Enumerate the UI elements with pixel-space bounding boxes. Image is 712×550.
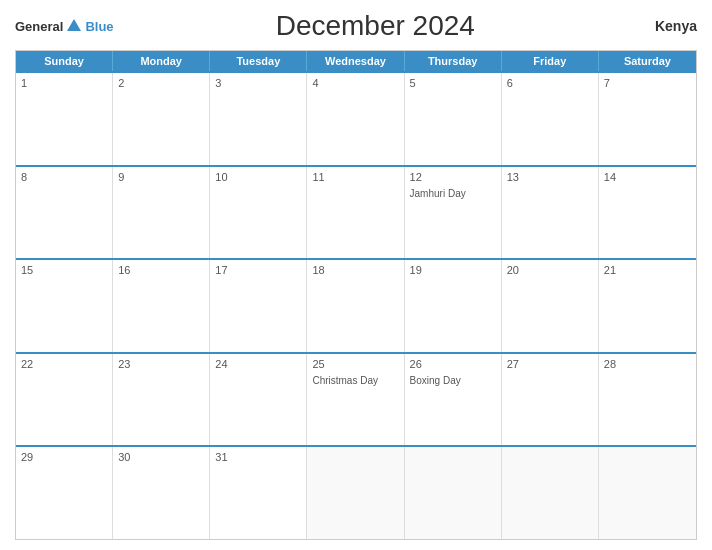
day-cell: 20 [502, 260, 599, 352]
weeks-container: 123456789101112Jamhuri Day13141516171819… [16, 71, 696, 539]
day-cell: 4 [307, 73, 404, 165]
week-row-3: 15161718192021 [16, 258, 696, 352]
day-number: 20 [507, 264, 593, 276]
day-cell: 19 [405, 260, 502, 352]
day-number: 5 [410, 77, 496, 89]
day-number: 23 [118, 358, 204, 370]
day-cell: 8 [16, 167, 113, 259]
day-header-friday: Friday [502, 51, 599, 71]
day-number: 2 [118, 77, 204, 89]
day-number: 31 [215, 451, 301, 463]
holiday-name: Jamhuri Day [410, 187, 496, 200]
day-header-saturday: Saturday [599, 51, 696, 71]
day-number: 15 [21, 264, 107, 276]
day-number: 27 [507, 358, 593, 370]
day-cell: 1 [16, 73, 113, 165]
day-number: 10 [215, 171, 301, 183]
day-header-sunday: Sunday [16, 51, 113, 71]
day-cell: 5 [405, 73, 502, 165]
day-number: 30 [118, 451, 204, 463]
logo-icon [65, 17, 83, 35]
day-number: 7 [604, 77, 691, 89]
day-number: 21 [604, 264, 691, 276]
day-cell: 3 [210, 73, 307, 165]
day-cell [405, 447, 502, 539]
day-number: 11 [312, 171, 398, 183]
day-number: 3 [215, 77, 301, 89]
day-number: 16 [118, 264, 204, 276]
day-cell: 24 [210, 354, 307, 446]
day-header-wednesday: Wednesday [307, 51, 404, 71]
day-cell: 18 [307, 260, 404, 352]
day-cell: 10 [210, 167, 307, 259]
day-cell: 28 [599, 354, 696, 446]
day-number: 8 [21, 171, 107, 183]
day-number: 28 [604, 358, 691, 370]
day-cell: 15 [16, 260, 113, 352]
week-row-4: 22232425Christmas Day26Boxing Day2728 [16, 352, 696, 446]
day-cell [307, 447, 404, 539]
day-cell: 23 [113, 354, 210, 446]
day-cell: 26Boxing Day [405, 354, 502, 446]
day-number: 26 [410, 358, 496, 370]
day-number: 12 [410, 171, 496, 183]
day-header-tuesday: Tuesday [210, 51, 307, 71]
logo: General Blue [15, 17, 114, 35]
day-header-thursday: Thursday [405, 51, 502, 71]
day-number: 13 [507, 171, 593, 183]
header: General Blue December 2024 Kenya [15, 10, 697, 42]
calendar-title: December 2024 [114, 10, 637, 42]
week-row-2: 89101112Jamhuri Day1314 [16, 165, 696, 259]
day-number: 24 [215, 358, 301, 370]
day-cell: 22 [16, 354, 113, 446]
holiday-name: Boxing Day [410, 374, 496, 387]
calendar-grid: SundayMondayTuesdayWednesdayThursdayFrid… [15, 50, 697, 540]
day-cell: 13 [502, 167, 599, 259]
day-cell: 17 [210, 260, 307, 352]
day-number: 9 [118, 171, 204, 183]
svg-marker-0 [67, 19, 81, 31]
day-cell: 7 [599, 73, 696, 165]
day-cell: 12Jamhuri Day [405, 167, 502, 259]
logo-general-text: General [15, 19, 63, 34]
calendar-page: General Blue December 2024 Kenya SundayM… [0, 0, 712, 550]
day-cell: 6 [502, 73, 599, 165]
day-number: 29 [21, 451, 107, 463]
day-cell: 2 [113, 73, 210, 165]
day-cell: 29 [16, 447, 113, 539]
week-row-5: 293031 [16, 445, 696, 539]
day-number: 25 [312, 358, 398, 370]
day-number: 17 [215, 264, 301, 276]
day-cell: 31 [210, 447, 307, 539]
day-number: 18 [312, 264, 398, 276]
day-number: 4 [312, 77, 398, 89]
day-headers-row: SundayMondayTuesdayWednesdayThursdayFrid… [16, 51, 696, 71]
day-cell: 21 [599, 260, 696, 352]
week-row-1: 1234567 [16, 71, 696, 165]
day-cell [502, 447, 599, 539]
country-label: Kenya [637, 18, 697, 34]
day-number: 1 [21, 77, 107, 89]
day-cell: 30 [113, 447, 210, 539]
day-cell: 27 [502, 354, 599, 446]
day-cell: 16 [113, 260, 210, 352]
day-header-monday: Monday [113, 51, 210, 71]
day-cell: 11 [307, 167, 404, 259]
day-cell: 14 [599, 167, 696, 259]
day-number: 19 [410, 264, 496, 276]
day-number: 22 [21, 358, 107, 370]
day-cell: 9 [113, 167, 210, 259]
holiday-name: Christmas Day [312, 374, 398, 387]
day-cell [599, 447, 696, 539]
day-cell: 25Christmas Day [307, 354, 404, 446]
logo-blue-text: Blue [85, 19, 113, 34]
day-number: 14 [604, 171, 691, 183]
day-number: 6 [507, 77, 593, 89]
